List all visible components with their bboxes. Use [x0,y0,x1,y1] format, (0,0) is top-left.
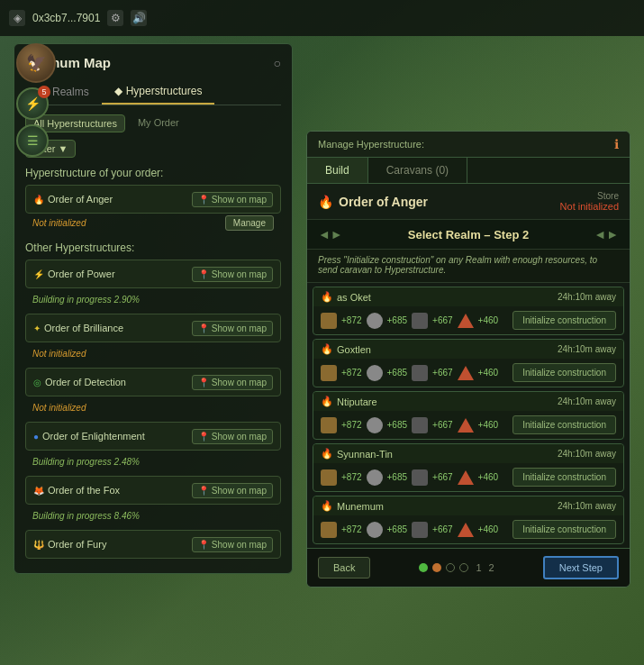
filter-row: Filter ▼ [25,140,281,158]
wallet-icon[interactable]: ◈ [9,10,25,26]
realm-icon5: 🔥 [321,500,333,512]
list-item: 🦊 Order of the Fox 📍 Show on map Buildin… [25,476,281,526]
right-panel-title: Manage Hyperstructure: [318,139,424,150]
stone-val: +685 [387,315,408,325]
realm-name-ntiputare: 🔥 Ntiputare [321,396,377,407]
lightning-button[interactable]: ⚡ 5 [16,87,49,120]
realm-item-body: +872 +685 +667 +460 Initialize construct… [313,411,623,439]
list-item: 🔱 Order of Fury 📍 Show on map [25,530,281,559]
tab-hyperstructures[interactable]: ◆ Hyperstructures [102,79,215,105]
wood-resource-icon3 [321,417,337,433]
order-fire-icon: 🔥 [318,195,333,209]
fox-status: Building in progress 8.46% [32,511,140,521]
hyper-row-brilliance: ✦ Order of Brilliance 📍 Show on map [25,314,281,342]
menu-button[interactable]: ☰ [16,124,49,157]
hyper-row-detection: ◎ Order of Detection 📍 Show on map [25,368,281,396]
realm-name-syunnan: 🔥 Syunnan-Tin [321,448,393,460]
detection-icon: ◎ [33,378,41,387]
resource-row: +872 +685 +667 +460 [321,313,498,329]
power-show-map[interactable]: 📍 Show on map [192,267,273,282]
coal-resource-icon3 [412,417,428,433]
enlightenment-show-map[interactable]: 📍 Show on map [192,429,273,444]
fox-name: 🦊 Order of the Fox [33,485,120,496]
stone-resource-icon [367,313,383,329]
init-construction-btn-munemum[interactable]: Initialize construction [512,520,616,539]
fox-show-map[interactable]: 📍 Show on map [192,483,273,498]
step-dot-3 [446,563,455,572]
my-order-tab[interactable]: My Order [132,114,185,132]
realm-icon3: 🔥 [321,396,333,407]
wood-resource-icon5 [321,522,337,538]
detection-name: ◎ Order of Detection [33,377,126,387]
realm-item-header: 🔥 Syunnan-Tin 24h:10m away [313,444,623,463]
right-panel: Manage Hyperstructure: ℹ Build Caravans … [306,131,630,588]
fury-icon: 🔱 [33,540,44,550]
detection-show-map[interactable]: 📍 Show on map [192,375,273,390]
init-construction-btn-syunnan[interactable]: Initialize construction [512,468,616,487]
map-pin-icon: 📍 [198,195,209,205]
step-dots [419,563,468,572]
realm-dist-munemum: 24h:10m away [558,501,616,511]
realm-item-body: +872 +685 +667 +460 Initialize construct… [313,515,623,543]
tab-build[interactable]: Build [307,158,368,183]
order-header: 🔥 Order of Anger Store Not initialized [307,184,630,219]
next-step-button[interactable]: Next Step [543,556,619,579]
panel-info-icon[interactable]: ℹ [614,137,619,151]
resource-row: +872 +685 +667 +460 [321,417,498,433]
realm-dist-oket: 24h:10m away [558,292,616,302]
fury-show-map[interactable]: 📍 Show on map [192,537,273,552]
map-pin-icon2: 📍 [198,269,209,279]
other-section: Other Hyperstructures: ⚡ Order of Power … [25,241,281,559]
realm-icon4: 🔥 [321,448,333,460]
init-construction-btn-ntiputare[interactable]: Initialize construction [512,415,616,434]
enlightenment-name: ● Order of Enlightenment [33,431,145,442]
realm-dist-goxtlen: 24h:10m away [558,344,616,354]
realm-name-oket: 🔥 as Oket [321,291,371,303]
fox-icon: 🦊 [33,486,44,496]
metal-val: +460 [478,315,499,325]
hyperstructures-icon: ◆ [114,85,122,97]
power-name: ⚡ Order of Power [33,269,115,279]
realm-item-header: 🔥 Ntiputare 24h:10m away [313,392,623,411]
my-hyper-show-map[interactable]: 📍 Show on map [192,192,273,207]
map-pin-icon3: 📍 [198,323,209,333]
brilliance-name: ✦ Order of Brilliance [33,323,123,333]
tab-bar: 🏛 Realms ◆ Hyperstructures [25,79,281,105]
realm-item: 🔥 Ntiputare 24h:10m away +872 +685 +667 [313,391,624,440]
realm-name-goxtlen: 🔥 Goxtlen [321,343,371,355]
settings-icon[interactable]: ⚙ [107,10,123,26]
power-status: Building in progress 2.90% [32,295,140,305]
rp-tab-bar: Build Caravans (0) [307,158,630,184]
realm-fire-icon: 🔥 [321,291,333,303]
metal-icon3 [458,418,474,433]
coal-val: +667 [432,315,453,325]
step-title: Select Realm – Step 2 [349,228,589,241]
hyper-row-fox: 🦊 Order of the Fox 📍 Show on map [25,476,281,505]
realm-name-munemum: 🔥 Munemum [321,500,384,512]
notification-badge: 5 [38,86,50,98]
enlightenment-icon: ● [33,432,39,442]
anger-icon: 🔥 [33,195,44,205]
order-status-block: Store Not initialized [560,191,619,212]
tab-caravans[interactable]: Caravans (0) [368,158,467,183]
realm-item: 🔥 Goxtlen 24h:10m away +872 +685 +667 [313,339,624,387]
init-construction-btn-goxtlen[interactable]: Initialize construction [512,363,616,382]
wallet-address: 0x3cb7...7901 [32,12,100,24]
metal-resource-icon [458,314,474,328]
wood-resource-icon [321,313,337,329]
map-pin-icon4: 📍 [198,378,209,387]
stone-resource-icon5 [367,522,383,538]
metal-container3 [458,418,474,433]
step-description: Press "Initialize construction" on any R… [307,250,630,283]
top-bar: ◈ 0x3cb7...7901 ⚙ 🔊 [0,0,644,36]
sound-icon[interactable]: 🔊 [131,10,147,26]
init-construction-btn-oket[interactable]: Initialize construction [512,311,616,330]
manage-button[interactable]: Manage [225,215,274,231]
metal-container4 [458,470,474,485]
back-button[interactable]: Back [318,557,370,578]
step-bar: ◄► Select Realm – Step 2 ◄► [307,219,630,250]
brilliance-show-map[interactable]: 📍 Show on map [192,321,273,336]
avatar-button[interactable]: 🦅 [16,43,56,83]
panel-close-button[interactable]: ○ [274,56,281,70]
hyper-row-fury: 🔱 Order of Fury 📍 Show on map [25,530,281,559]
